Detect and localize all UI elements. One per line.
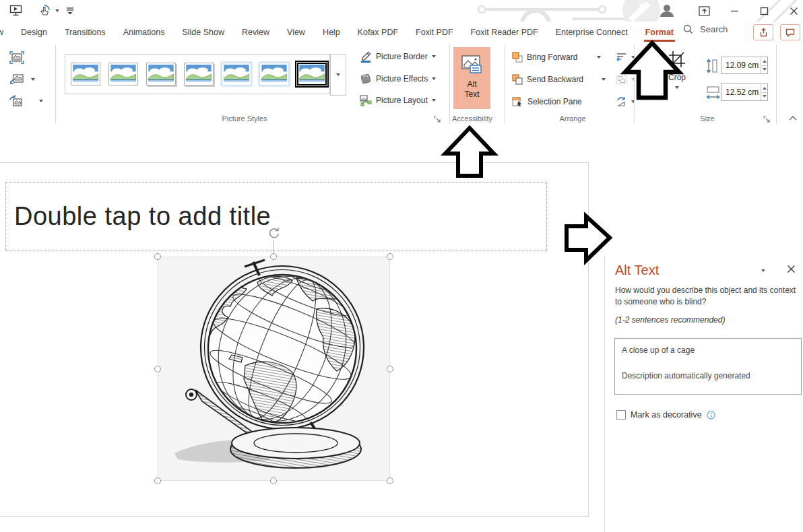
comments-icon [785, 28, 795, 37]
tab-enterprise-connect[interactable]: Enterprise Connect [554, 24, 629, 42]
size-dialog-launcher-icon[interactable] [763, 116, 771, 123]
picture-layout-dropdown-icon [432, 99, 436, 102]
selection-handle-bottom-left[interactable] [154, 477, 161, 484]
crop-button[interactable]: Crop [662, 46, 693, 110]
alt-text-button[interactable]: Alt Text [453, 47, 490, 109]
tab-kofax-pdf[interactable]: Kofax PDF [356, 24, 399, 42]
tab-w[interactable]: w [0, 24, 5, 42]
reset-picture-icon [8, 94, 23, 108]
group-divider [505, 44, 505, 124]
change-picture-dropdown-icon[interactable] [31, 78, 35, 81]
width-spin-up-button[interactable] [761, 84, 767, 92]
tab-transitions[interactable]: Transitions [63, 24, 107, 42]
selection-pane-label: Selection Pane [527, 97, 582, 106]
selection-handle-bottom-right[interactable] [387, 477, 393, 484]
touch-mode-dropdown-icon[interactable] [55, 9, 59, 12]
shape-height-icon [706, 58, 718, 74]
shape-width-field [721, 84, 768, 101]
change-picture-button[interactable] [9, 73, 35, 86]
width-spin-down-button[interactable] [761, 92, 767, 101]
minimize-button[interactable] [719, 0, 749, 22]
picture-style-thumbnail[interactable] [259, 63, 289, 86]
tab-format[interactable]: Format [644, 24, 675, 42]
picture-effects-label: Picture Effects [376, 74, 428, 84]
crop-label: Crop [668, 73, 686, 82]
tab-help[interactable]: Help [321, 24, 342, 42]
alt-text-description-input[interactable]: A close up of a cage Description automat… [614, 338, 802, 395]
selection-handle-mid-left[interactable] [154, 366, 161, 372]
accessibility-group-label: Accessibility [447, 114, 497, 123]
picture-layout-label: Picture Layout [376, 96, 428, 105]
picture-style-thumbnail[interactable] [71, 63, 100, 86]
tab-foxit-reader-pdf[interactable]: Foxit Reader PDF [470, 24, 540, 42]
touch-mouse-mode-button[interactable] [38, 3, 59, 19]
start-from-beginning-button[interactable] [9, 3, 23, 19]
picture-style-thumbnail-selected[interactable] [297, 63, 327, 86]
picture-style-thumbnail[interactable] [184, 63, 214, 86]
tab-view[interactable]: View [286, 24, 307, 42]
align-button[interactable] [616, 51, 635, 64]
height-spin-up-button[interactable] [761, 57, 767, 65]
picture-effects-button[interactable]: Picture Effects [360, 72, 436, 86]
pane-menu-icon[interactable] [761, 269, 765, 272]
slide-top-edge [0, 162, 588, 163]
picture-border-button[interactable]: Picture Border [360, 50, 436, 63]
info-icon[interactable] [707, 411, 715, 420]
customize-quick-access-toolbar-button[interactable] [66, 3, 74, 19]
picture-style-thumbnail[interactable] [108, 63, 138, 86]
tab-animations[interactable]: Animations [122, 24, 166, 42]
send-backward-button[interactable]: Send Backward [512, 73, 606, 86]
compress-pictures-icon [9, 51, 24, 65]
selection-pane-icon [512, 96, 523, 107]
comments-button[interactable] [780, 24, 800, 40]
selection-handle-top-left[interactable] [154, 253, 161, 260]
tab-foxit-pdf[interactable]: Foxit PDF [414, 24, 455, 42]
title-placeholder[interactable]: Double tap to add title [5, 182, 547, 251]
pane-title: Alt Text [615, 263, 659, 278]
mark-as-decorative-checkbox[interactable] [616, 410, 626, 420]
send-backward-icon [512, 74, 523, 85]
selection-handle-top-center[interactable] [270, 253, 277, 260]
bring-forward-dropdown-icon[interactable] [597, 56, 601, 59]
send-backward-dropdown-icon[interactable] [602, 78, 606, 81]
powerpoint-window: wDesignTransitionsAnimationsSlide ShowRe… [0, 0, 803, 532]
reset-picture-dropdown-icon[interactable] [39, 100, 43, 102]
selection-handle-mid-right[interactable] [387, 366, 393, 372]
ribbon-display-options-button[interactable] [689, 0, 719, 22]
tab-review[interactable]: Review [240, 24, 271, 42]
picture-style-thumbnail[interactable] [222, 63, 251, 86]
selection-handle-top-right[interactable] [387, 253, 393, 260]
rotate-dropdown-icon[interactable] [631, 100, 635, 103]
shape-width-input[interactable] [721, 84, 761, 100]
editing-area: Double tap to add title [0, 128, 803, 532]
tab-slide-show[interactable]: Slide Show [181, 24, 226, 42]
compress-pictures-button[interactable] [9, 51, 24, 65]
pane-question-text: How would you describe this object and i… [615, 285, 801, 308]
share-button[interactable] [753, 24, 773, 40]
tab-design[interactable]: Design [20, 24, 49, 42]
alt-text-button-label: Alt Text [461, 79, 484, 100]
height-spin-down-button[interactable] [761, 65, 767, 74]
rotate-handle-icon[interactable] [268, 227, 280, 240]
picture-styles-dialog-launcher-icon[interactable] [434, 116, 441, 123]
alt-text-pane: Alt Text How would you describe this obj… [604, 256, 803, 532]
reset-picture-button[interactable] [8, 94, 43, 108]
collapse-ribbon-icon[interactable] [788, 114, 798, 121]
group-button[interactable] [616, 73, 635, 86]
picture-style-thumbnail[interactable] [146, 63, 176, 86]
maximize-button[interactable] [749, 0, 779, 22]
picture-styles-more-button[interactable] [330, 54, 346, 96]
search-control[interactable]: Search [683, 24, 728, 34]
pane-close-icon[interactable] [787, 265, 796, 273]
align-dropdown-icon[interactable] [631, 56, 635, 59]
rotate-button[interactable] [616, 95, 635, 108]
bring-forward-button[interactable]: Bring Forward [512, 51, 601, 64]
shape-width-icon [706, 85, 721, 101]
close-button[interactable] [779, 0, 803, 22]
globe-image[interactable] [158, 257, 390, 481]
selection-pane-button[interactable]: Selection Pane [512, 95, 582, 108]
shape-height-input[interactable] [721, 57, 761, 73]
change-picture-icon [9, 73, 24, 86]
picture-layout-button[interactable]: Picture Layout [360, 94, 436, 107]
selection-handle-bottom-center[interactable] [270, 477, 277, 484]
